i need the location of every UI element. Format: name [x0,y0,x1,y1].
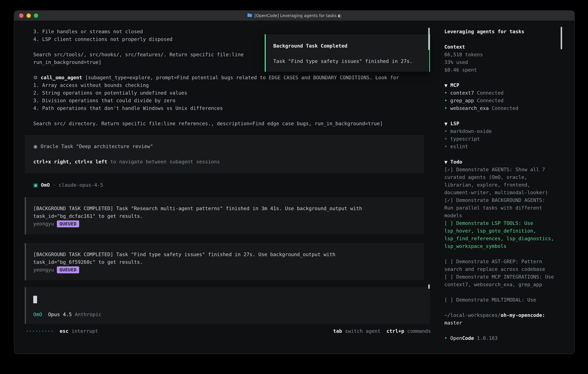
lsp-header-label: LSP [448,121,459,126]
agent-name: OmO [38,182,50,188]
window-controls [19,11,38,21]
sidebar-scrollbar-thumb[interactable] [561,27,562,49]
todo-checkbox: [ ] [444,220,453,226]
message-meta: yeongyuQUEUED [33,266,424,274]
todo-checkbox: [✓] [444,166,453,172]
workspace-branch: master [444,319,554,327]
context-tokens: 66,518 tokens [444,51,554,58]
mcp-name: websearch_exa [450,105,489,111]
todo-text: Demonstrate AST-GREP: Pattern search and… [444,259,545,272]
session-sidebar: Leveraging agents for tasks Context 66,5… [438,21,574,354]
status-right: tab switch agent ctrl+p commands [333,327,431,335]
terminal-window: [OpenCode] Leveraging agents for tasks ◐… [14,10,575,354]
lsp-header[interactable]: ▼ LSP [444,120,554,127]
fisheye-icon: ◉ [33,144,38,149]
tool-call-line: ⚙ call_omo_agent [subagent_type=explore,… [33,74,438,82]
zoom-button[interactable] [34,13,38,18]
hint-text: to navigate between subagent sessions [107,159,220,165]
lsp-item: • markdown-oxide [444,127,554,135]
message-block: [BACKGROUND TASK COMPLETED] Task "Resear… [25,197,424,234]
close-button[interactable] [19,13,23,18]
message-author: yeongyu [33,220,54,228]
todo-item: [ ] Demonstrate MCP INTEGRATIONS: Use co… [444,273,554,288]
todo-item: [✓] Demonstrate BACKGROUND AGENTS: Run p… [444,197,554,219]
agent-square-icon: ▣ [33,182,38,188]
chevron-down-icon: ▼ [444,160,448,165]
ctrlp-key-hint: ctrl+p [387,328,404,334]
mcp-header[interactable]: ▼ MCP [444,82,554,89]
input-provider: Anthropic [75,312,101,317]
app-version: 1.0.163 [474,335,498,341]
lsp-name: typescript [450,136,480,142]
mcp-item: • grep_app Connected [444,97,554,104]
spinner-dots: ········· [26,328,54,334]
message-block: [BACKGROUND TASK COMPLETED] Task "Find t… [25,243,424,280]
chevron-down-icon: ▼ [444,83,448,88]
context-section: Context 66,518 tokens 33% used $0.46 spe… [444,43,554,74]
todo-text: Demonstrate BACKGROUND AGENTS: Run paral… [444,197,545,218]
workspace-path: ~/local-workspaces/ [444,312,501,318]
bullet-icon: • [444,144,447,149]
tab-key-hint: tab [333,328,342,334]
lsp-item: • typescript [444,135,554,143]
window-title-text: [OpenCode] Leveraging agents for tasks ◐ [254,13,341,18]
transcript-line: 1. Array access without bounds checking [33,82,438,89]
lsp-section: ▼ LSP • markdown-oxide • typescript • es… [444,120,554,150]
agent-model: claude-opus-4-5 [59,182,103,188]
mcp-header-label: MCP [448,82,459,88]
session-title: Leveraging agents for tasks [444,28,554,35]
minimize-button[interactable] [26,13,31,18]
bullet-icon: • [444,136,447,142]
bullet-icon: • [444,90,447,96]
toast-body: Task "Find type safety issues" finished … [273,57,429,65]
workspace-path-line: ~/local-workspaces/oh-my-opencode: [444,311,554,319]
context-spent: $0.46 spent [444,66,554,74]
toast-title: Background Task Completed [273,42,429,50]
mcp-status: Connected [474,90,504,96]
todo-item: [✓] Demonstrate AGENTS: Show all 7 curat… [444,166,554,197]
status-bar: ········· esc interrupt tab switch agent… [14,327,438,347]
mcp-section: ▼ MCP • context7 Connected • grep_app Co… [444,82,554,112]
context-header: Context [444,43,554,51]
prompt-input[interactable]: OmO Opus 4.5 Anthropic [25,287,430,324]
oracle-hint-line: ctrl+x right, ctrl+x left to navigate be… [33,158,424,166]
hint-keys: ctrl+x right, ctrl+x left [33,159,107,165]
oracle-task-panel: ◉ Oracle Task "Deep architecture review"… [25,135,424,173]
folder-icon [247,13,252,18]
todo-header[interactable]: ▼ Todo [444,158,554,166]
context-used: 33% used [444,58,554,66]
workspace-repo: oh-my-opencode: [501,312,545,318]
main-scrollbar-thumb[interactable] [428,28,430,50]
todo-item: [ ] Demonstrate AST-GREP: Pattern search… [444,258,554,273]
ctrlp-key-label: commands [404,328,431,334]
oracle-task-title: Oracle Task "Deep architecture review" [38,144,153,149]
todo-header-label: Todo [448,159,462,165]
todo-section: ▼ Todo [✓] Demonstrate AGENTS: Show all … [444,158,554,304]
main-pane: 3. File handles or streams not closed 4.… [14,21,438,354]
bullet-icon: • [444,98,447,104]
todo-checkbox: [✓] [444,197,453,203]
toast-notification[interactable]: Background Task Completed Task "Find typ… [265,34,430,72]
todo-checkbox: [ ] [444,259,453,264]
transcript-line: Search src/ directory. Return specific f… [33,120,438,127]
tool-call-name: call_omo_agent [38,75,82,80]
mcp-item: • context7 Connected [444,89,554,97]
bullet-icon: • [444,335,447,341]
chevron-down-icon: ▼ [444,122,448,126]
main-scrollbar-thumb[interactable] [428,284,430,289]
todo-item: [ ] Demonstrate MULTIMODAL: Use [444,296,554,304]
todo-text: Demonstrate LSP TOOLS: Use lsp_hover, ls… [444,220,554,249]
bullet-icon: • [444,105,447,111]
sidebar-content: Leveraging agents for tasks Context 66,5… [444,28,554,342]
todo-text: Demonstrate MULTIMODAL: Use [456,297,536,303]
message-line: [BACKGROUND TASK COMPLETED] Task "Find t… [33,251,424,258]
message-line: [BACKGROUND TASK COMPLETED] Task "Resear… [33,205,424,212]
blank-line [33,150,424,158]
agent-header: ▣ OmO · claude-opus-4-5 [33,181,438,189]
esc-key-label: interrupt [69,328,98,334]
tab-key-label: switch agent [342,328,380,334]
mcp-item: • websearch_exa Connected [444,104,554,112]
message-line: task_id="bg_dcfac161" to get results. [33,212,424,220]
transcript-line: 3. Division operations that could divide… [33,97,438,104]
todo-checkbox: [ ] [444,274,453,280]
